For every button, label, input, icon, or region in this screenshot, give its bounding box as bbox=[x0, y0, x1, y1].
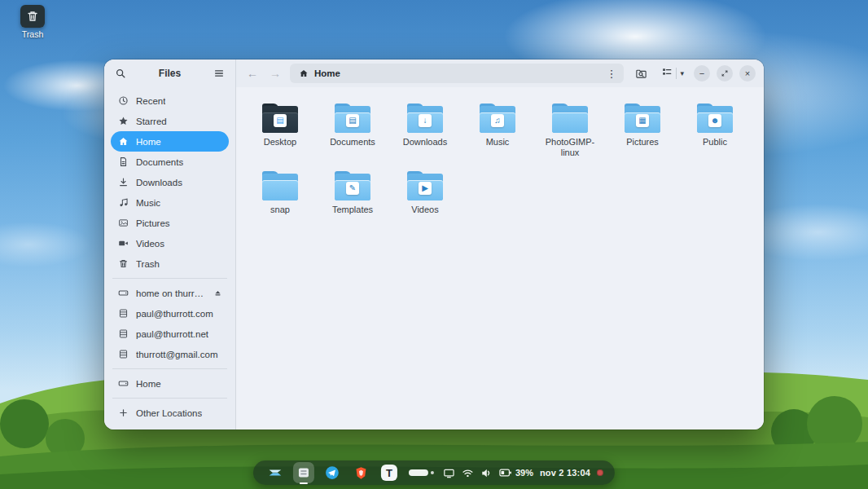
file-tile-templates[interactable]: ✎ Templates bbox=[320, 171, 385, 215]
folder-icon: ▦ bbox=[624, 104, 661, 133]
maximize-button[interactable] bbox=[717, 65, 733, 82]
view-options-button[interactable]: ▾ bbox=[658, 64, 687, 83]
folder-emblem-icon: ▤ bbox=[274, 114, 287, 127]
file-tile-music[interactable]: ♫ Music bbox=[465, 104, 530, 148]
sidebar-item-account-thurrott-com[interactable]: paul@thurrott.com bbox=[111, 303, 229, 324]
folder-icon: ▶ bbox=[406, 171, 444, 200]
location-bar[interactable]: Home ⋮ bbox=[290, 64, 624, 83]
minimize-button[interactable]: − bbox=[694, 65, 710, 82]
home-icon bbox=[117, 136, 129, 147]
download-icon bbox=[117, 177, 129, 187]
status-dot bbox=[597, 469, 603, 476]
zorin-logo-icon bbox=[268, 465, 283, 480]
dock-app-files[interactable] bbox=[293, 462, 314, 483]
divider bbox=[112, 278, 227, 279]
home-icon bbox=[297, 68, 309, 78]
folder-icon: ↓ bbox=[406, 104, 444, 133]
sidebar-item-recent[interactable]: Recent bbox=[111, 90, 229, 111]
file-tile-downloads[interactable]: ↓ Downloads bbox=[392, 104, 458, 148]
sidebar-item-home[interactable]: Home bbox=[111, 131, 229, 152]
sidebar-item-pictures[interactable]: Pictures bbox=[111, 213, 229, 233]
folder-emblem-icon: ☻ bbox=[708, 114, 721, 127]
dock-app-brave[interactable] bbox=[350, 462, 371, 483]
file-tile-documents[interactable]: ▤ Documents bbox=[320, 104, 385, 148]
star-icon bbox=[117, 116, 129, 126]
sidebar-item-music[interactable]: Music bbox=[111, 192, 229, 213]
divider bbox=[112, 398, 227, 399]
sidebar-header: Files bbox=[104, 59, 235, 87]
document-icon bbox=[117, 156, 129, 167]
window-toolbar: ← → Home ⋮ bbox=[236, 59, 764, 87]
sidebar-item-account-gmail[interactable]: thurrott@gmail.com bbox=[111, 344, 229, 364]
music-note-icon bbox=[117, 197, 129, 208]
battery-percent: 39% bbox=[515, 468, 533, 478]
folder-icon: ♫ bbox=[479, 104, 516, 133]
trash-desktop-icon[interactable]: Trash bbox=[11, 5, 54, 39]
chevron-down-icon: ▾ bbox=[680, 69, 684, 77]
sidebar-item-starred[interactable]: Starred bbox=[111, 111, 229, 131]
eject-button[interactable] bbox=[213, 289, 222, 297]
forward-button[interactable]: → bbox=[267, 67, 283, 80]
wifi-icon[interactable] bbox=[462, 467, 474, 479]
sidebar-item-account-thurrott-net[interactable]: paul@thurrott.net bbox=[111, 324, 229, 344]
trash-icon bbox=[117, 258, 129, 269]
folder-icon: ☻ bbox=[696, 104, 734, 133]
sidebar-list: Recent Starred Home bbox=[104, 87, 235, 430]
display-icon[interactable] bbox=[443, 467, 455, 479]
search-button[interactable] bbox=[112, 65, 129, 82]
video-camera-icon bbox=[117, 238, 129, 249]
location-menu-icon[interactable]: ⋮ bbox=[606, 68, 616, 80]
folder-icon: ▤ bbox=[261, 104, 299, 133]
main-pane: ← → Home ⋮ bbox=[236, 59, 764, 430]
back-button[interactable]: ← bbox=[244, 67, 261, 80]
text-editor-icon: T bbox=[386, 467, 392, 479]
divider bbox=[112, 368, 227, 369]
files-app-icon bbox=[297, 466, 310, 479]
file-tile-pictures[interactable]: ▦ Pictures bbox=[610, 104, 675, 148]
menu-icon[interactable] bbox=[211, 65, 227, 82]
search-files-button[interactable] bbox=[630, 64, 651, 83]
folder-emblem-icon: ↓ bbox=[419, 114, 432, 127]
clock-icon bbox=[117, 95, 129, 106]
desktop: Trash Files bbox=[0, 0, 868, 489]
list-view-icon bbox=[661, 66, 673, 81]
sidebar-item-home-volume[interactable]: Home bbox=[111, 373, 229, 394]
dock-app-telegram[interactable] bbox=[322, 462, 343, 483]
file-tile-public[interactable]: ☻ Public bbox=[682, 104, 747, 148]
remote-server-icon bbox=[117, 328, 129, 339]
close-button[interactable]: × bbox=[739, 65, 756, 82]
system-tray: 39% nov 2 13:04 bbox=[443, 467, 603, 479]
sidebar: Files Recent bbox=[104, 59, 236, 430]
file-tile-snap[interactable]: snap bbox=[248, 171, 313, 215]
file-tile-photogimp[interactable]: PhotoGIMP-linux bbox=[537, 104, 603, 158]
sidebar-item-other-locations[interactable]: Other Locations bbox=[111, 403, 229, 423]
sidebar-item-home-on-thurrott[interactable]: home on thurrott... bbox=[111, 283, 229, 303]
dock-app-text-editor[interactable]: T bbox=[381, 465, 397, 481]
harddrive-icon bbox=[117, 288, 129, 298]
sidebar-item-downloads[interactable]: Downloads bbox=[111, 172, 229, 192]
folder-emblem-icon: ✎ bbox=[346, 182, 359, 195]
folder-icon bbox=[551, 104, 589, 133]
location-label: Home bbox=[314, 68, 340, 78]
harddrive-icon bbox=[117, 378, 129, 389]
battery-icon bbox=[499, 468, 512, 478]
folder-icon: ✎ bbox=[334, 171, 371, 200]
remote-server-icon bbox=[117, 308, 129, 319]
sidebar-item-videos[interactable]: Videos bbox=[111, 233, 229, 253]
remote-server-icon bbox=[117, 349, 129, 359]
sidebar-item-documents[interactable]: Documents bbox=[111, 152, 229, 172]
volume-icon[interactable] bbox=[480, 467, 493, 479]
taskbar: T bbox=[253, 460, 615, 485]
divider bbox=[676, 68, 677, 79]
battery-indicator[interactable]: 39% bbox=[499, 468, 533, 478]
file-tile-videos[interactable]: ▶ Videos bbox=[392, 171, 458, 215]
image-icon bbox=[117, 218, 129, 228]
folder-emblem-icon: ▤ bbox=[346, 114, 359, 127]
dock-app-zorin-menu[interactable] bbox=[265, 462, 286, 483]
files-window: Files Recent bbox=[104, 59, 764, 430]
clock[interactable]: nov 2 13:04 bbox=[540, 468, 590, 478]
file-tile-desktop[interactable]: ▤ Desktop bbox=[248, 104, 313, 148]
folder-emblem-icon: ▦ bbox=[636, 114, 649, 127]
folder-emblem-icon: ▶ bbox=[419, 182, 432, 195]
sidebar-item-trash[interactable]: Trash bbox=[111, 253, 229, 274]
